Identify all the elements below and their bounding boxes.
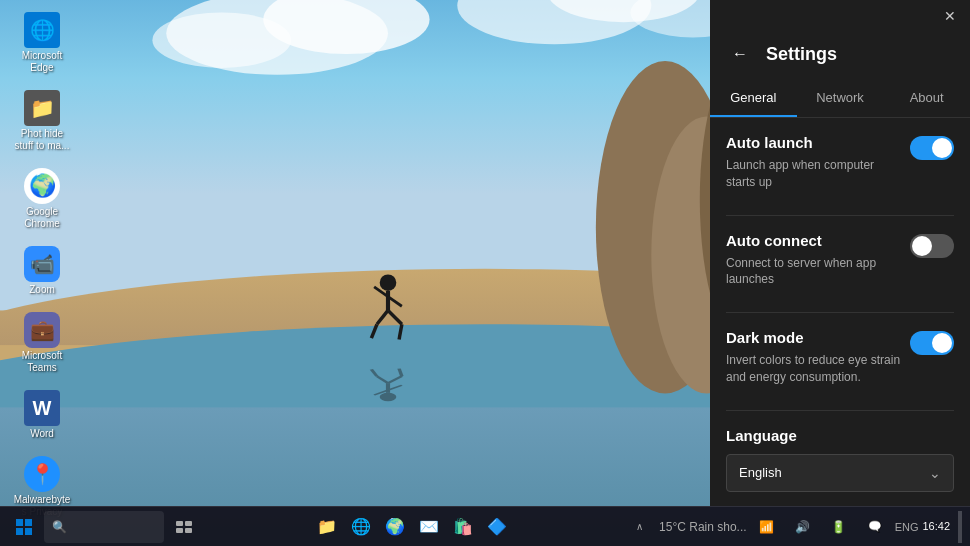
auto-connect-desc: Connect to server when app launches	[726, 255, 902, 289]
icon-word[interactable]: W Word	[8, 386, 76, 444]
settings-titlebar: ✕	[710, 0, 970, 32]
svg-point-16	[380, 274, 397, 291]
svg-rect-37	[185, 521, 192, 526]
weather-info: 15°C Rain sho...	[659, 520, 747, 534]
divider-2	[726, 312, 954, 313]
svg-rect-38	[176, 528, 183, 533]
svg-rect-33	[25, 519, 32, 526]
start-button[interactable]	[8, 511, 40, 543]
auto-launch-title: Auto launch	[726, 134, 902, 151]
tab-network[interactable]: Network	[797, 80, 884, 117]
tab-general[interactable]: General	[710, 80, 797, 117]
taskbar-file-explorer[interactable]: 📁	[311, 511, 343, 543]
settings-title: Settings	[766, 44, 837, 65]
system-tray-expand[interactable]: ∧	[623, 511, 655, 543]
icon-zoom[interactable]: 📹 Zoom	[8, 242, 76, 300]
dark-mode-title: Dark mode	[726, 329, 902, 346]
volume-icon[interactable]: 🔊	[787, 511, 819, 543]
taskbar-chrome[interactable]: 🌍	[379, 511, 411, 543]
auto-connect-section: Auto connect Connect to server when app …	[726, 232, 954, 289]
desktop-icons: 🌐 Microsoft Edge 📁 Phot hide stuff to ma…	[8, 8, 76, 522]
notification-icon[interactable]: 🗨️	[859, 511, 891, 543]
language-section: Language English ⌄	[726, 427, 954, 492]
task-view-button[interactable]	[168, 511, 200, 543]
svg-rect-35	[25, 528, 32, 535]
close-button[interactable]: ✕	[938, 4, 962, 28]
svg-rect-32	[16, 519, 23, 526]
auto-launch-row: Auto launch Launch app when computer sta…	[726, 134, 954, 191]
language-title: Language	[726, 427, 954, 444]
divider-1	[726, 215, 954, 216]
taskbar-left: 🔍	[0, 511, 208, 543]
svg-rect-34	[16, 528, 23, 535]
icon-photos[interactable]: 📁 Phot hide stuff to ma...	[8, 86, 76, 156]
dark-mode-row: Dark mode Invert colors to reduce eye st…	[726, 329, 954, 386]
auto-connect-toggle-knob	[912, 236, 932, 256]
chevron-down-icon: ⌄	[929, 465, 941, 481]
icon-edge[interactable]: 🌐 Microsoft Edge	[8, 8, 76, 78]
back-button[interactable]: ←	[726, 40, 754, 68]
taskbar-edge2[interactable]: 🔷	[481, 511, 513, 543]
show-desktop-button[interactable]	[958, 511, 962, 543]
taskbar-browser[interactable]: 🌐	[345, 511, 377, 543]
tab-about[interactable]: About	[883, 80, 970, 117]
svg-point-24	[380, 393, 397, 401]
taskbar-store[interactable]: 🛍️	[447, 511, 479, 543]
dark-mode-toggle-knob	[932, 333, 952, 353]
dark-mode-section: Dark mode Invert colors to reduce eye st…	[726, 329, 954, 386]
auto-connect-title: Auto connect	[726, 232, 902, 249]
taskbar-right: ∧ 15°C Rain sho... 📶 🔊 🔋 🗨️ ENG 16:42	[615, 511, 970, 543]
auto-launch-toggle[interactable]	[910, 136, 954, 160]
settings-panel: ✕ ← Settings General Network About Auto …	[710, 0, 970, 506]
taskbar-center: 📁 🌐 🌍 ✉️ 🛍️ 🔷	[208, 511, 615, 543]
settings-header: ← Settings	[710, 32, 970, 80]
network-icon[interactable]: 📶	[751, 511, 783, 543]
language-indicator: ENG	[895, 521, 919, 533]
search-button[interactable]: 🔍	[44, 511, 164, 543]
dark-mode-toggle[interactable]	[910, 331, 954, 355]
battery-icon[interactable]: 🔋	[823, 511, 855, 543]
svg-rect-36	[176, 521, 183, 526]
auto-launch-desc: Launch app when computer starts up	[726, 157, 902, 191]
auto-launch-section: Auto launch Launch app when computer sta…	[726, 134, 954, 191]
language-dropdown[interactable]: English ⌄	[726, 454, 954, 492]
divider-3	[726, 410, 954, 411]
auto-connect-toggle[interactable]	[910, 234, 954, 258]
settings-content: Auto launch Launch app when computer sta…	[710, 118, 970, 506]
language-value: English	[739, 465, 782, 480]
svg-rect-39	[185, 528, 192, 533]
taskbar-time: 16:42	[922, 519, 950, 534]
dark-mode-desc: Invert colors to reduce eye strain and e…	[726, 352, 902, 386]
taskbar-mail[interactable]: ✉️	[413, 511, 445, 543]
auto-connect-row: Auto connect Connect to server when app …	[726, 232, 954, 289]
auto-launch-toggle-knob	[932, 138, 952, 158]
taskbar: 🔍 📁 🌐 🌍 ✉️ 🛍️ 🔷 ∧ 15°C Rain sho... 📶 🔊 🔋…	[0, 506, 970, 546]
settings-tabs: General Network About	[710, 80, 970, 118]
svg-point-3	[152, 12, 291, 67]
icon-teams[interactable]: 💼 Microsoft Teams	[8, 308, 76, 378]
icon-chrome[interactable]: 🌍 Google Chrome	[8, 164, 76, 234]
